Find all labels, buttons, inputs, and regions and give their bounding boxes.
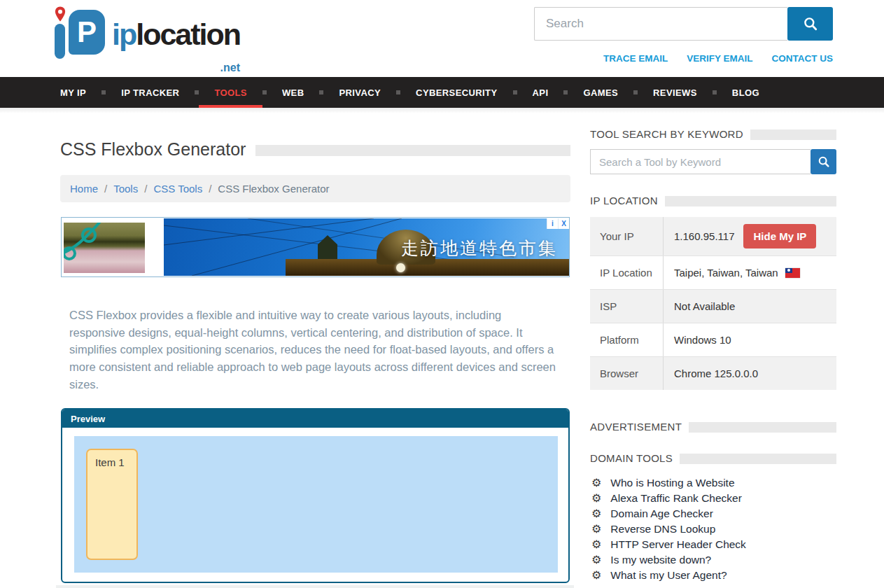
domain-tool-link[interactable]: Alexa Traffic Rank Checker [610,492,742,505]
header: P iplocation .net TRACE EMAIL VERIFY EMA… [0,0,884,77]
taiwan-flag-icon [785,268,800,278]
nav-item-web[interactable]: WEB [267,77,320,108]
domain-tool-link[interactable]: Who is Hosting a Website [610,477,734,489]
search-icon [803,16,818,31]
tool-search-input[interactable] [590,149,811,174]
hide-my-ip-button[interactable]: Hide My IP [743,224,816,248]
list-item: ⚙ Is my website down? [591,552,838,568]
breadcrumb-tools[interactable]: Tools [113,183,138,195]
ad-info-icon[interactable]: i [547,218,558,229]
flex-item-1: Item 1 [86,449,138,560]
tool-search-button[interactable] [811,149,836,174]
domain-tool-link[interactable]: Is my website down? [610,554,711,566]
nav-item-reviews[interactable]: REVIEWS [638,77,713,108]
list-item: ⚙ HTTP Server Header Check [591,537,838,552]
ip-location-heading: IP LOCATION [590,195,836,206]
domain-tool-link[interactable]: What is my User Agent? [610,569,727,582]
nav-item-privacy[interactable]: PRIVACY [323,77,396,108]
ad-image-left[interactable] [64,223,145,273]
breadcrumb-css-tools[interactable]: CSS Tools [153,183,202,195]
nav-shadow [0,108,884,113]
ip-location-table: Your IP 1.160.95.117 Hide My IP IP Locat… [590,217,836,390]
trace-email-link[interactable]: TRACE EMAIL [603,53,668,64]
heading-rule [665,196,836,206]
nav-item-api[interactable]: API [517,77,564,108]
header-links: TRACE EMAIL VERIFY EMAIL CONTACT US [603,53,833,64]
row-label: Browser [590,357,664,390]
preview-panel-title: Preview [71,414,105,424]
table-row: ISP Not Available [590,289,836,323]
header-search-input[interactable] [534,7,787,41]
ad-banner: 走訪地道特色市集 i X [61,217,570,277]
gear-icon: ⚙ [591,493,601,504]
list-item: ⚙ Who is Hosting a Website [591,475,838,491]
tool-search [590,149,836,174]
footer-edge [56,585,574,588]
row-value: Chrome 125.0.0.0 [664,357,836,390]
tool-search-heading: TOOL SEARCH BY KEYWORD [590,128,836,140]
ad-choice-icons: i X [547,218,569,229]
row-label: Platform [590,323,664,356]
gear-icon: ⚙ [591,477,601,489]
logo-icon: P [53,6,106,62]
logo-text-tld: .net [220,62,240,74]
search-icon [818,155,830,168]
row-value: 1.160.95.117 Hide My IP [664,217,836,255]
table-row: Platform Windows 10 [590,323,836,356]
flex-container-preview: Item 1 [74,436,558,573]
gear-icon: ⚙ [591,508,601,519]
ip-location-heading-text: IP LOCATION [590,195,658,206]
logo-text-location: location [136,18,240,51]
location-pin-icon [54,6,66,22]
verify-email-link[interactable]: VERIFY EMAIL [687,53,752,64]
gear-icon: ⚙ [591,570,601,581]
header-search-button[interactable] [787,7,833,41]
gear-icon: ⚙ [591,524,601,535]
ad-image-right[interactable]: 走訪地道特色市集 i X [164,218,569,276]
heading-rule [750,130,836,140]
tool-search-heading-text: TOOL SEARCH BY KEYWORD [590,128,743,140]
logo-i-stem [55,24,65,59]
row-value: Not Available [664,290,836,323]
preview-panel-header: Preview [62,410,568,428]
nav-item-blog[interactable]: BLOG [717,77,775,108]
table-row: Browser Chrome 125.0.0.0 [590,356,836,390]
nav-item-cybersecurity[interactable]: CYBERSECURITY [400,77,512,108]
breadcrumb: Home / Tools / CSS Tools / CSS Flexbox G… [60,175,570,202]
page-title: CSS Flexbox Generator [60,139,570,160]
domain-tool-link[interactable]: HTTP Server Header Check [610,538,746,551]
site-logo[interactable]: P iplocation .net [53,6,240,62]
domain-tools-heading-text: DOMAIN TOOLS [590,452,673,464]
row-label: ISP [590,290,664,323]
domain-tool-link[interactable]: Reverse DNS Lookup [610,523,715,536]
domain-tool-link[interactable]: Domain Age Checker [610,507,713,520]
flex-item-label: Item 1 [95,456,125,468]
domain-tools-list: ⚙ Who is Hosting a Website ⚙ Alexa Traff… [591,475,838,583]
list-item: ⚙ What is my User Agent? [591,568,838,583]
list-item: ⚙ Reverse DNS Lookup [591,522,838,537]
logo-p-glyph: P [69,10,105,55]
ad-building-clock [396,263,405,272]
ad-close-icon[interactable]: X [558,218,569,229]
breadcrumb-separator: / [144,183,147,195]
ip-location-value: Taipei, Taiwan, Taiwan [674,267,778,279]
contact-us-link[interactable]: CONTACT US [772,53,834,64]
heading-rule [680,454,836,464]
row-value: Taipei, Taiwan, Taiwan [664,256,836,289]
ad-route-doodle [64,223,145,273]
nav-item-games[interactable]: GAMES [568,77,633,108]
advertisement-heading-text: ADVERTISEMENT [590,421,682,433]
header-search [534,7,833,41]
nav-item-my-ip[interactable]: MY IP [60,77,101,108]
domain-tools-heading: DOMAIN TOOLS [590,452,836,464]
breadcrumb-separator: / [209,183,211,195]
nav-item-ip-tracker[interactable]: IP TRACKER [106,77,195,108]
nav-item-tools[interactable]: TOOLS [199,77,262,108]
list-item: ⚙ Alexa Traffic Rank Checker [591,491,838,506]
row-label: Your IP [590,217,664,255]
preview-panel: Preview Item 1 [61,408,570,583]
ad-caption: 走訪地道特色市集 [401,237,558,260]
breadcrumb-home[interactable]: Home [70,183,98,195]
main-nav: MY IP IP TRACKER TOOLS WEB PRIVACY CYBER… [0,77,884,108]
list-item: ⚙ Domain Age Checker [591,506,838,522]
